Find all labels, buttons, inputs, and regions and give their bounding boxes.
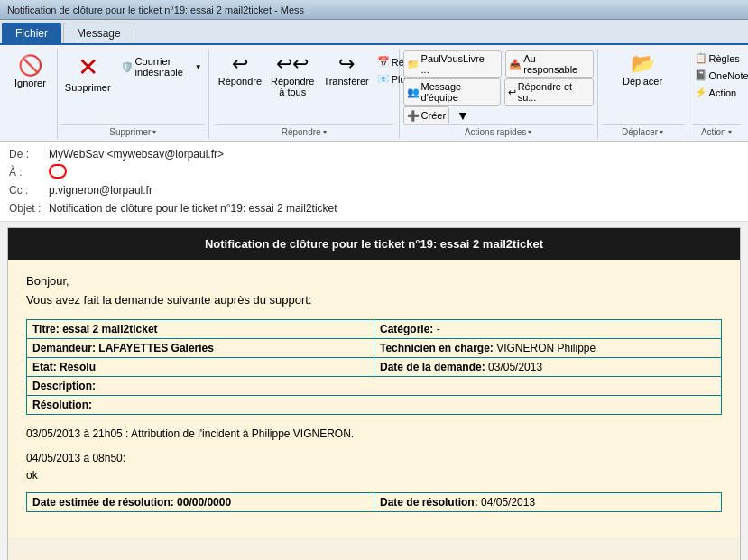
cc-value: p.vigneron@lorpaul.fr (49, 182, 152, 198)
table-row: Date estimée de résolution: 00/00/0000 D… (27, 492, 722, 511)
tab-message[interactable]: Message (63, 23, 134, 43)
tab-fichier[interactable]: Fichier (2, 23, 61, 43)
table-row: Résolution: (27, 396, 722, 415)
description-label: Description: (27, 377, 722, 396)
email-cc-row: Cc : p.vigneron@lorpaul.fr (9, 181, 739, 199)
title-bar: Notification de clôture pour le ticket n… (0, 0, 748, 20)
ignorer-section: 🚫 Ignorer (4, 49, 58, 139)
message-equipe-button[interactable]: 👥 Message d'équipe (403, 78, 501, 106)
titre-label: Titre: essai 2 mail2ticket (27, 320, 374, 339)
repondre-icon: ↩ (232, 52, 248, 76)
repondre-group: ↩ Répondre ↩↩ Répondreà tous ↪ Transfére… (209, 49, 400, 139)
demandeur-label: Demandeur: LAFAYETTES Galeries (27, 339, 374, 358)
technicien-cell: Technicien en charge: VIGNERON Philippe (374, 339, 722, 358)
etat-label: Etat: Resolu (27, 358, 374, 377)
au-responsable-button[interactable]: 📤 Au responsable (505, 50, 593, 78)
table-row: Demandeur: LAFAYETTES Galeries Technicie… (27, 339, 722, 358)
supprimer-label: Supprimer (65, 82, 111, 93)
deplacer-expand-icon[interactable]: ▾ (660, 128, 663, 136)
deplacer-button[interactable]: 📂 Déplacer (602, 50, 684, 124)
courrier-section: 🛡️ Courrier indésirable ▼ (118, 50, 205, 79)
repondre-su-icon: ↩ (508, 87, 516, 98)
courrier-dropdown-icon: ▼ (195, 63, 202, 71)
action-label: Action (709, 87, 737, 98)
intro-text: Vous avez fait la demande suivante auprè… (26, 293, 722, 307)
action-expand-icon[interactable]: ▾ (728, 128, 732, 136)
action-group: 📋 Règles 📓 OneNote ⚡ Action Action ▾ (688, 49, 744, 139)
creer-icon: ➕ (407, 110, 420, 122)
table-row: Description: (27, 377, 722, 396)
repondre-group-label: Répondre ▾ (215, 124, 393, 137)
date-demande-cell: Date de la demande: 03/05/2013 (374, 358, 722, 377)
action-group-label: Action ▾ (692, 124, 741, 137)
table-row: Titre: essai 2 mail2ticket Catégorie: - (27, 320, 722, 339)
repondre-label: Répondre (218, 76, 262, 87)
regles-label: Règles (709, 53, 740, 64)
action-items: 📋 Règles 📓 OneNote ⚡ Action (692, 50, 741, 124)
ignorer-icon: 🚫 (18, 54, 42, 78)
courrier-icon: 🛡️ (121, 61, 134, 73)
deplacer-label: Déplacer (623, 76, 662, 87)
technicien-value: VIGNERON Philippe (496, 342, 596, 354)
ticket-footer-table: Date estimée de résolution: 00/00/0000 D… (26, 492, 722, 512)
date-estimee-value: 00/00/0000 (177, 496, 231, 509)
message-equipe-label: Message d'équipe (421, 81, 497, 103)
action-icon: ⚡ (695, 87, 707, 98)
ticket-table: Titre: essai 2 mail2ticket Catégorie: - … (26, 319, 722, 415)
titre-value: essai 2 mail2ticket (62, 323, 157, 335)
creer-button[interactable]: ➕ Créer (403, 106, 450, 124)
date-estimee-label: Date estimée de résolution: 00/00/0000 (27, 492, 374, 511)
onenote-label: OneNote (709, 70, 748, 81)
email-body-content: Bonjour, Vous avez fait la demande suiva… (8, 260, 740, 537)
repondre-tous-button[interactable]: ↩↩ Répondreà tous (267, 50, 318, 124)
transferer-label: Transférer (323, 76, 368, 87)
supprimer-icon: ✕ (78, 52, 98, 82)
email-body-wrapper: Notification de clôture pour le ticket n… (7, 227, 741, 560)
actions-row-3: ➕ Créer ▼ (403, 106, 594, 124)
resolution-text-2: 04/05/2013 à 08h50: ok (26, 450, 722, 484)
regles-button[interactable]: 📋 Règles (692, 50, 741, 66)
etat-value: Resolu (60, 361, 96, 373)
actions-scroll-down[interactable]: ▼ (453, 106, 473, 124)
from-value: MyWebSav <mywebsav@lorpaul.fr> (49, 146, 224, 162)
paul-vous-livre-button[interactable]: 📁 PaulVousLivre - ... (403, 50, 503, 78)
ignorer-button[interactable]: 🚫 Ignorer (7, 50, 53, 92)
courrier-button[interactable]: 🛡️ Courrier indésirable ▼ (118, 54, 205, 79)
supprimer-expand-icon[interactable]: ▾ (152, 128, 156, 136)
action-button[interactable]: ⚡ Action (692, 85, 741, 100)
onenote-button[interactable]: 📓 OneNote (692, 68, 741, 83)
repondre-expand-icon[interactable]: ▾ (323, 128, 327, 136)
paul-label: PaulVousLivre - ... (421, 53, 499, 75)
email-body-title: Notification de clôture pour le ticket n… (8, 228, 740, 260)
categorie-cell: Catégorie: - (374, 320, 722, 339)
email-to-row: À : (9, 163, 739, 181)
date-resolution-cell: Date de résolution: 04/05/2013 (374, 492, 722, 511)
repondre-tous-label: Répondreà tous (271, 76, 314, 97)
table-row: Etat: Resolu Date de la demande: 03/05/2… (27, 358, 722, 377)
repondre-button[interactable]: ↩ Répondre (215, 50, 265, 124)
deplacer-icon: 📂 (631, 52, 655, 76)
deplacer-group-label: Déplacer ▾ (602, 124, 684, 137)
supprimer-button[interactable]: ✕ Supprimer (61, 50, 115, 95)
date-resolution-value: 04/05/2013 (481, 496, 535, 509)
repondre-su-button[interactable]: ↩ Répondre et su... (504, 78, 594, 106)
deplacer-group: 📂 Déplacer Déplacer ▾ (598, 49, 688, 139)
onenote-icon: 📓 (695, 69, 707, 81)
resolution-text-1: 03/05/2013 à 21h05 : Attribution de l'in… (26, 426, 722, 443)
demandeur-value: LAFAYETTES Galeries (98, 342, 214, 354)
reunion-icon: 📅 (377, 56, 390, 68)
email-subject-row: Objet : Notification de clôture pour le … (9, 199, 739, 217)
ribbon: 🚫 Ignorer ✕ Supprimer 🛡️ Courrier indési… (0, 45, 748, 142)
transferer-button[interactable]: ↪ Transférer (319, 50, 372, 124)
ribbon-tabs: Fichier Message (0, 20, 748, 45)
actions-expand-icon[interactable]: ▾ (528, 128, 531, 136)
actions-rapides-group: 📁 PaulVousLivre - ... 📤 Au responsable 👥… (400, 49, 598, 139)
categorie-value: - (437, 323, 440, 335)
to-highlight (49, 164, 67, 179)
resolution-label: Résolution: (27, 396, 722, 415)
title-text: Notification de clôture pour le ticket n… (7, 5, 304, 15)
subject-value: Notification de clôture pour le ticket n… (49, 200, 337, 216)
regles-icon: 📋 (695, 52, 707, 64)
to-label: À : (9, 164, 49, 180)
plus-icon: 📧 (377, 73, 390, 85)
